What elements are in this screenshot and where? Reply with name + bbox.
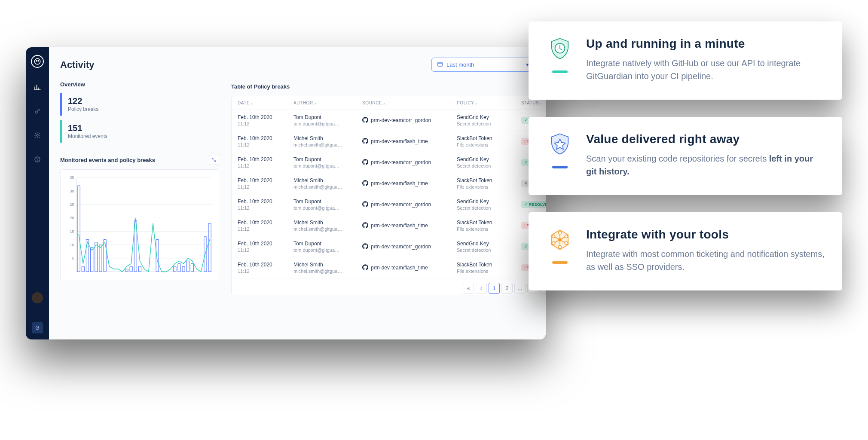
svg-rect-7 xyxy=(438,62,443,66)
feature-card: Integrate with your tools Integrate with… xyxy=(529,212,842,290)
date-range-select[interactable]: Last month ▾ xyxy=(431,58,535,72)
cell-time: 11:12 xyxy=(238,142,293,147)
github-icon xyxy=(362,180,368,187)
cell-time: 11:12 xyxy=(238,184,293,189)
svg-text:15: 15 xyxy=(70,229,74,233)
table-row[interactable]: Feb. 10th 202011:12 Tom Duponttom.dupont… xyxy=(232,236,546,257)
cell-time: 11:12 xyxy=(238,248,293,253)
kpi-card: 122 Policy breaks xyxy=(60,93,219,116)
github-icon xyxy=(362,222,368,229)
chart-expand-button[interactable] xyxy=(209,155,219,165)
col-source[interactable]: SOURCE xyxy=(362,101,457,105)
col-author[interactable]: AUTHOR xyxy=(293,101,362,105)
page-button[interactable]: 2 xyxy=(501,283,513,294)
table-row[interactable]: Feb. 10th 202011:12 Tom Duponttom.dupont… xyxy=(232,110,546,131)
kpi-value: 122 xyxy=(68,96,213,106)
cell-time: 11:12 xyxy=(238,205,293,211)
table-row[interactable]: Feb. 10th 202011:12 Michel Smithmichel.s… xyxy=(232,131,546,152)
cell-time: 11:12 xyxy=(238,163,293,168)
cell-policy: SendGrid Key xyxy=(457,156,521,162)
cell-email: tom.dupont@gitgua… xyxy=(293,163,362,168)
chart-title: Monitored events and policy breaks xyxy=(60,157,155,163)
table-row[interactable]: Feb. 10th 202011:12 Tom Duponttom.dupont… xyxy=(232,194,546,215)
cell-source: prm-dev-team/flash_time xyxy=(371,265,428,271)
svg-rect-46 xyxy=(174,266,176,272)
github-icon xyxy=(362,264,368,272)
svg-point-2 xyxy=(38,60,39,61)
cell-policy: SendGrid Key xyxy=(457,241,521,247)
col-date[interactable]: DATE xyxy=(238,101,293,105)
date-range-label: Last month xyxy=(446,61,474,68)
cell-source: prm-dev-team/flash_time xyxy=(371,180,428,186)
github-icon xyxy=(362,138,368,145)
cell-email: michel.smith@gitgua… xyxy=(293,184,362,189)
svg-rect-24 xyxy=(77,186,80,272)
page-button[interactable]: … xyxy=(514,283,526,294)
svg-rect-35 xyxy=(125,269,128,272)
svg-rect-47 xyxy=(178,264,180,272)
cell-source: prm-dev-team/flash_time xyxy=(371,138,428,144)
svg-point-58 xyxy=(565,235,568,238)
page-title: Activity xyxy=(60,59,94,70)
cell-author: Tom Dupont xyxy=(293,241,362,247)
policy-breaks-table: DATE AUTHOR SOURCE POLICY STATUS Feb. 10… xyxy=(231,96,546,295)
col-policy[interactable]: POLICY xyxy=(457,101,521,105)
org-switcher[interactable]: G xyxy=(32,322,43,333)
cell-policy: SlackBot Token xyxy=(457,220,521,226)
card-body: Scan your existing code repositories for… xyxy=(586,152,825,178)
kpi-label: Policy breaks xyxy=(68,106,213,112)
table-row[interactable]: Feb. 10th 202011:12 Michel Smithmichel.s… xyxy=(232,257,546,278)
table-row[interactable]: Feb. 10th 202011:12 Michel Smithmichel.s… xyxy=(232,215,546,236)
cell-author: Michel Smith xyxy=(293,262,362,268)
svg-rect-49 xyxy=(186,261,189,272)
cell-source: prm-dev-team/torr_gordon xyxy=(371,202,431,208)
svg-text:20: 20 xyxy=(70,216,74,220)
cell-policy-sub: Secret detection xyxy=(457,205,521,211)
svg-point-0 xyxy=(34,58,40,64)
user-avatar[interactable] xyxy=(32,292,43,303)
github-icon xyxy=(362,117,368,124)
cell-date: Feb. 10th 2020 xyxy=(238,262,293,268)
accent-bar xyxy=(552,261,568,264)
svg-point-56 xyxy=(558,238,562,242)
cell-policy: SlackBot Token xyxy=(457,177,521,183)
cell-time: 11:12 xyxy=(238,226,293,232)
github-icon xyxy=(362,243,368,251)
svg-rect-38 xyxy=(138,266,141,272)
svg-text:5: 5 xyxy=(72,256,74,260)
card-body: Integrate natively with GitHub or use ou… xyxy=(586,57,825,82)
svg-point-59 xyxy=(565,241,568,244)
cell-policy-sub: Secret detection xyxy=(457,163,521,168)
cell-email: michel.smith@gitgua… xyxy=(293,269,362,274)
cell-date: Feb. 10th 2020 xyxy=(238,241,293,247)
svg-text:35: 35 xyxy=(70,175,74,180)
card-title: Integrate with your tools xyxy=(586,228,825,241)
svg-text:25: 25 xyxy=(70,202,74,207)
nav-help-icon[interactable] xyxy=(33,155,42,164)
cell-email: tom.dupont@gitgua… xyxy=(293,248,362,253)
nav-activity-icon[interactable] xyxy=(33,82,42,92)
nav-key-icon[interactable] xyxy=(33,107,42,116)
svg-text:10: 10 xyxy=(70,243,74,247)
cell-date: Feb. 10th 2020 xyxy=(238,135,293,141)
svg-rect-30 xyxy=(104,239,106,272)
cell-policy-sub: File extensions xyxy=(457,184,521,189)
table-row[interactable]: Feb. 10th 202011:12 Tom Duponttom.dupont… xyxy=(232,152,546,173)
cell-email: michel.smith@gitgua… xyxy=(293,226,362,232)
cell-author: Michel Smith xyxy=(293,220,362,226)
svg-point-57 xyxy=(559,231,562,234)
feature-card: Value delivered right away Scan your exi… xyxy=(529,117,842,195)
svg-rect-27 xyxy=(91,248,93,272)
nav-settings-icon[interactable] xyxy=(33,131,42,140)
kpi-card: 151 Monitored events xyxy=(60,120,219,143)
cell-policy-sub: File extensions xyxy=(457,226,521,232)
cell-author: Tom Dupont xyxy=(293,114,362,120)
feature-card: Up and running in a minute Integrate nat… xyxy=(529,21,842,100)
page-button[interactable]: 1 xyxy=(489,283,500,294)
table-row[interactable]: Feb. 10th 202011:12 Michel Smithmichel.s… xyxy=(232,173,546,194)
page-button[interactable]: ‹ xyxy=(476,283,487,294)
cell-author: Tom Dupont xyxy=(293,199,362,205)
cell-time: 11:12 xyxy=(238,269,293,274)
cell-author: Michel Smith xyxy=(293,177,362,183)
page-button[interactable]: « xyxy=(463,283,474,294)
